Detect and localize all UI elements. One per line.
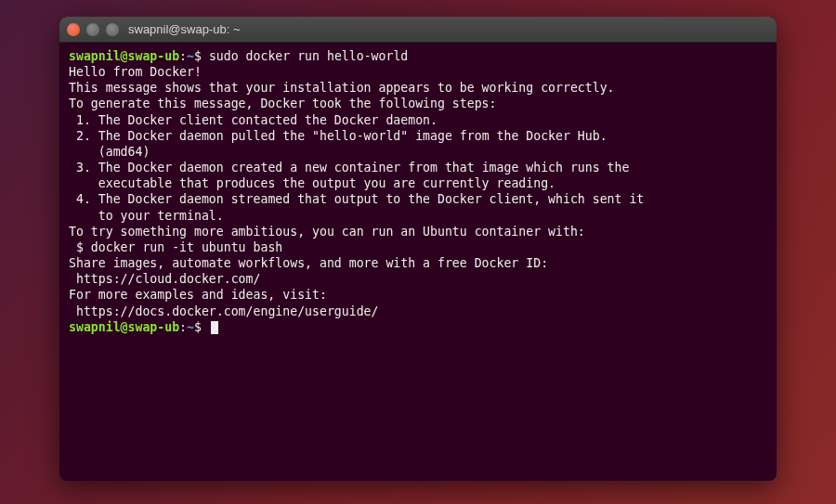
output-line: Hello from Docker! bbox=[69, 64, 767, 80]
terminal-body[interactable]: swapnil@swap-ub:~$ sudo docker run hello… bbox=[59, 43, 777, 481]
prompt-line-idle: swapnil@swap-ub:~$ bbox=[69, 319, 767, 335]
output-line: $ docker run -it ubuntu bash bbox=[69, 239, 767, 255]
command-text: sudo docker run hello-world bbox=[209, 49, 408, 63]
output-line: This message shows that your installatio… bbox=[69, 80, 767, 96]
prompt-line: swapnil@swap-ub:~$ sudo docker run hello… bbox=[69, 48, 767, 64]
minimize-icon[interactable] bbox=[86, 23, 99, 36]
output-line: https://docs.docker.com/engine/userguide… bbox=[69, 304, 767, 319]
output-line: 1. The Docker client contacted the Docke… bbox=[69, 112, 767, 128]
output-line: executable that produces the output you … bbox=[69, 175, 767, 191]
maximize-icon[interactable] bbox=[106, 23, 119, 36]
prompt-separator: : bbox=[179, 49, 187, 63]
prompt-symbol: $ bbox=[194, 320, 202, 334]
output-line: https://cloud.docker.com/ bbox=[69, 271, 767, 287]
prompt-path: ~ bbox=[187, 49, 194, 63]
output-line: (amd64) bbox=[69, 144, 767, 160]
titlebar[interactable]: swapnil@swap-ub: ~ bbox=[59, 17, 777, 43]
window-title: swapnil@swap-ub: ~ bbox=[119, 22, 769, 36]
close-icon[interactable] bbox=[67, 23, 80, 36]
output-line: Share images, automate workflows, and mo… bbox=[69, 255, 767, 271]
cursor-icon bbox=[211, 321, 218, 334]
prompt-user-host: swapnil@swap-ub bbox=[69, 320, 179, 334]
output-line: To generate this message, Docker took th… bbox=[69, 96, 767, 111]
output-line: to your terminal. bbox=[69, 208, 767, 224]
prompt-path: ~ bbox=[187, 320, 194, 334]
window-controls bbox=[67, 23, 119, 36]
prompt-symbol: $ bbox=[194, 49, 202, 63]
output-line: 4. The Docker daemon streamed that outpu… bbox=[69, 191, 767, 207]
prompt-separator: : bbox=[179, 320, 187, 334]
command-output: Hello from Docker!This message shows tha… bbox=[69, 64, 767, 319]
prompt-user-host: swapnil@swap-ub bbox=[69, 49, 179, 63]
output-line: For more examples and ideas, visit: bbox=[69, 287, 767, 303]
output-line: 2. The Docker daemon pulled the "hello-w… bbox=[69, 128, 767, 144]
output-line: To try something more ambitious, you can… bbox=[69, 224, 767, 239]
output-line: 3. The Docker daemon created a new conta… bbox=[69, 160, 767, 175]
terminal-window: swapnil@swap-ub: ~ swapnil@swap-ub:~$ su… bbox=[59, 17, 777, 481]
